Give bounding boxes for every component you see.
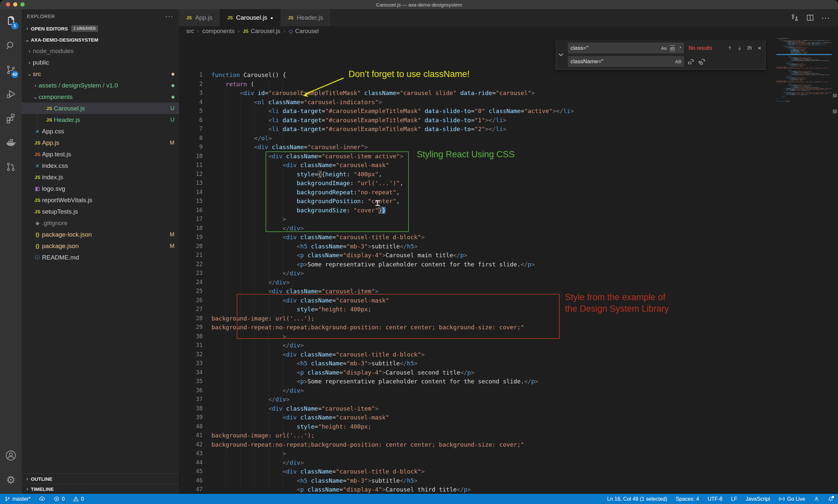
statusbar-utf-8[interactable]: UTF-8 xyxy=(708,496,722,502)
sidebar-panel-timeline[interactable]: ›TIMELINE xyxy=(22,484,179,494)
whole-word-icon[interactable]: ab xyxy=(670,45,675,51)
tree-item-index-css[interactable]: #index.css xyxy=(22,160,179,172)
activity-source-control-icon[interactable]: 42 xyxy=(0,58,22,82)
line-number: 12 xyxy=(179,170,202,179)
tab-app-js[interactable]: JSApp.js xyxy=(179,9,220,26)
tree-item-app-js[interactable]: JSApp.jsM xyxy=(22,137,179,148)
activity-account-icon[interactable] xyxy=(0,443,22,468)
split-editor-icon[interactable] xyxy=(806,14,814,22)
activity-search-icon[interactable] xyxy=(0,33,22,58)
open-changes-icon[interactable] xyxy=(790,14,799,22)
previous-match-icon[interactable] xyxy=(728,46,732,51)
statusbar-spaces-[interactable]: Spaces: 4 xyxy=(676,496,699,502)
code-line: 45 <div className="carousel-title d-bloc… xyxy=(179,467,838,476)
activity-docker-icon[interactable] xyxy=(0,130,22,155)
find-in-selection-icon[interactable] xyxy=(747,46,752,51)
minimap[interactable]: function Carousel() { return ( <div id="… xyxy=(777,38,832,494)
code-text: <div className="carousel-mask" xyxy=(212,413,389,422)
chevron-right-icon: › xyxy=(32,83,39,89)
statusbar-person[interactable] xyxy=(814,496,819,502)
green-annotation-note: Styling React Using CSS xyxy=(417,149,515,160)
minimize-window-button[interactable] xyxy=(13,2,17,6)
tree-item-app-test-js[interactable]: JSApp.test.js xyxy=(22,148,179,160)
git-status-dot xyxy=(172,94,174,100)
activity-explorer-icon[interactable]: 1 xyxy=(0,9,22,33)
sidebar-panel-outline[interactable]: ›OUTLINE xyxy=(22,473,179,484)
statusbar-bell[interactable] xyxy=(828,496,833,502)
tree-item-components[interactable]: ⌄components xyxy=(22,91,179,103)
tree-item-reportwebvitals-js[interactable]: JSreportWebVitals.js xyxy=(22,194,179,206)
js-file-icon: JS xyxy=(33,174,42,180)
file-name-label: src xyxy=(33,70,41,78)
statusbar-label: Spaces: 4 xyxy=(676,496,699,502)
breadcrumb-label: components xyxy=(202,28,234,35)
code-text: <p>Some representative placeholder conte… xyxy=(212,260,535,269)
scrollbar-decoration xyxy=(833,109,837,113)
tree-item-public[interactable]: ›public xyxy=(22,57,179,68)
statusbar-error[interactable]: 0 xyxy=(54,496,65,502)
breadcrumb-item-src[interactable]: src xyxy=(186,28,194,35)
tree-item-index-js[interactable]: JSindex.js xyxy=(22,172,179,183)
statusbar-branch[interactable]: master* xyxy=(5,496,31,502)
editor-scrollbar[interactable] xyxy=(832,36,838,494)
line-number: 20 xyxy=(179,242,202,251)
project-section[interactable]: ⌄ AXA-DEMO-DESIGNSYSTEM xyxy=(22,34,179,45)
open-editors-section[interactable]: › OPEN EDITORS 1 UNSAVED xyxy=(22,23,179,34)
replace-all-icon[interactable] xyxy=(698,59,706,65)
statusbar-label: 0 xyxy=(81,496,84,502)
match-case-icon[interactable]: Aa xyxy=(661,46,666,51)
statusbar-lf[interactable]: LF xyxy=(731,496,737,502)
find-input[interactable] xyxy=(568,45,661,51)
activity-run-debug-icon[interactable] xyxy=(0,82,22,106)
regex-icon[interactable]: .* xyxy=(678,46,681,51)
preserve-case-icon[interactable]: AB xyxy=(675,59,681,64)
breadcrumb[interactable]: src›components›JSCarousel.js›◇Carousel xyxy=(179,26,838,36)
activity-pull-request-icon[interactable] xyxy=(0,155,22,179)
tree-item-carousel-js[interactable]: JSCarousel.jsU xyxy=(22,103,179,114)
panel-label: TIMELINE xyxy=(31,486,54,492)
tree-item--gitignore[interactable]: ◈.gitignore xyxy=(22,217,179,229)
statusbar-sync[interactable] xyxy=(39,496,45,502)
traffic-lights[interactable] xyxy=(6,2,24,6)
breadcrumb-item-carousel-js[interactable]: JSCarousel.js xyxy=(243,28,280,35)
zoom-window-button[interactable] xyxy=(20,2,24,6)
tree-item-app-css[interactable]: #App.css xyxy=(22,126,179,137)
code-editor[interactable]: 1function Carousel() {2 return (3 <div i… xyxy=(179,36,838,494)
panel-label: OUTLINE xyxy=(31,476,52,482)
replace-icon[interactable] xyxy=(688,59,694,65)
close-window-button[interactable] xyxy=(6,2,10,6)
line-number: 30 xyxy=(179,332,202,341)
breadcrumb-item-components[interactable]: components xyxy=(202,28,234,35)
tree-item-node-modules[interactable]: ›node_modules xyxy=(22,45,179,57)
next-match-icon[interactable] xyxy=(737,46,742,51)
statusbar-warning[interactable]: 0 xyxy=(73,496,84,502)
tree-item-package-lock-json[interactable]: {}package-lock.jsonM xyxy=(22,229,179,240)
file-name-label: components xyxy=(39,93,73,101)
activity-settings-icon[interactable]: ⚙ xyxy=(0,468,22,492)
tree-item-src[interactable]: ⌄src xyxy=(22,68,179,79)
chevron-right-icon: › xyxy=(23,475,31,482)
statusbar-label: LF xyxy=(731,496,737,502)
replace-input[interactable] xyxy=(568,58,675,65)
activity-extensions-icon[interactable] xyxy=(0,106,22,130)
tree-item-header-js[interactable]: JSHeader.jsU xyxy=(22,114,179,126)
js-test-file-icon: JS xyxy=(33,151,42,157)
tab-carousel-js[interactable]: JSCarousel.js● xyxy=(220,9,281,26)
tree-item-package-json[interactable]: {}package.jsonM xyxy=(22,240,179,252)
sidebar-bottom-panels: ›OUTLINE›TIMELINE xyxy=(22,473,179,494)
tab-header-js[interactable]: JSHeader.js xyxy=(281,9,331,26)
close-icon[interactable]: × xyxy=(758,44,761,52)
more-actions-icon[interactable]: ··· xyxy=(821,13,830,22)
tree-item-readme-md[interactable]: ⓘREADME.md xyxy=(22,252,179,263)
breadcrumb-item-carousel[interactable]: ◇Carousel xyxy=(288,28,319,35)
tree-item-assets-designsystem-v1-0[interactable]: ›assets / designSystem / v1.0 xyxy=(22,79,179,91)
tree-item-logo-svg[interactable]: ◧logo.svg xyxy=(22,183,179,194)
statusbar-ln[interactable]: Ln 16, Col 49 (1 selected) xyxy=(607,496,667,502)
line-number: 9 xyxy=(179,143,202,152)
tree-item-setuptests-js[interactable]: JSsetupTests.js xyxy=(22,206,179,217)
statusbar-javascript[interactable]: JavaScript xyxy=(746,496,770,502)
replace-toggle-chevron-icon[interactable] xyxy=(556,40,566,70)
modified-dot-icon[interactable]: ● xyxy=(270,15,273,20)
statusbar-broadcast[interactable]: Go Live xyxy=(779,496,805,502)
sidebar-more-icon[interactable]: ··· xyxy=(165,13,174,20)
